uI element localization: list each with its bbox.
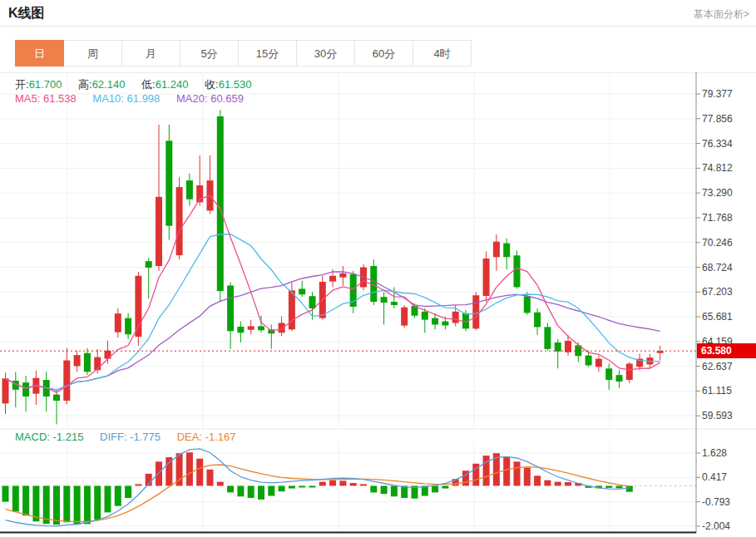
candle bbox=[12, 372, 19, 407]
y-axis-label: 0.417 bbox=[702, 471, 727, 483]
candle bbox=[32, 371, 39, 405]
macd-bar bbox=[217, 482, 224, 486]
macd-bar bbox=[12, 485, 19, 511]
ma10-value: 61.998 bbox=[127, 92, 161, 105]
macd-bar bbox=[299, 485, 305, 487]
candle bbox=[422, 308, 428, 333]
macd-bar bbox=[555, 482, 561, 486]
dea-value: -1.167 bbox=[205, 431, 236, 443]
macd-bar bbox=[279, 485, 285, 491]
candle bbox=[636, 354, 643, 371]
candle bbox=[339, 266, 346, 285]
candle-body bbox=[555, 342, 561, 352]
candle-body bbox=[452, 312, 459, 323]
candle-body bbox=[503, 244, 510, 258]
macd-bar bbox=[248, 485, 254, 498]
y-axis-label: 79.377 bbox=[702, 88, 733, 100]
candle-body bbox=[299, 288, 305, 294]
macd-bar bbox=[196, 459, 203, 486]
candle-body bbox=[514, 255, 521, 287]
candle bbox=[626, 362, 633, 382]
diff-value: -1.775 bbox=[130, 431, 161, 443]
y-axis-label: 77.856 bbox=[702, 113, 733, 125]
candle-body bbox=[329, 276, 336, 282]
y-axis-label: -0.793 bbox=[702, 496, 730, 508]
candle-body bbox=[166, 140, 172, 225]
macd-bar bbox=[186, 452, 193, 485]
candle-body bbox=[493, 242, 500, 258]
candle-body bbox=[544, 327, 551, 348]
macd-bar bbox=[350, 483, 357, 485]
candle bbox=[657, 346, 664, 361]
candle-body bbox=[534, 313, 541, 328]
y-axis-label: 67.203 bbox=[702, 286, 733, 298]
candle bbox=[616, 370, 623, 388]
macd-label: MACD: bbox=[15, 431, 50, 443]
y-axis-label: 71.768 bbox=[702, 212, 733, 224]
macd-bar bbox=[616, 485, 623, 488]
candle bbox=[493, 234, 500, 271]
candle-body bbox=[309, 296, 316, 308]
macd-bar bbox=[2, 485, 9, 501]
macd-bar bbox=[605, 485, 612, 487]
y-axis-label: 74.812 bbox=[702, 162, 733, 174]
y-axis-label: 70.246 bbox=[702, 237, 733, 249]
candle-body bbox=[616, 375, 623, 382]
candle bbox=[115, 308, 121, 337]
candle bbox=[248, 320, 254, 335]
candle-body bbox=[586, 356, 592, 366]
candle-body bbox=[289, 290, 295, 329]
close-label: 收: bbox=[205, 78, 219, 91]
kline-page: K线图 基本面分析> 日周月5分15分30分60分4时 79.37777.856… bbox=[0, 0, 756, 537]
high-value: 62.140 bbox=[92, 78, 126, 91]
candle bbox=[176, 177, 183, 259]
candle-body bbox=[156, 197, 162, 266]
macd-bar bbox=[442, 485, 448, 488]
candle-body bbox=[2, 378, 9, 403]
candle bbox=[156, 125, 162, 271]
ma20-value: 60.659 bbox=[210, 92, 244, 105]
candle-body bbox=[94, 357, 101, 371]
low-value: 61.240 bbox=[156, 78, 189, 91]
candle bbox=[186, 173, 193, 205]
y-axis-label: 65.681 bbox=[702, 311, 733, 323]
candle-body bbox=[135, 276, 141, 337]
macd-bar bbox=[74, 485, 81, 525]
candle-body bbox=[432, 318, 438, 325]
macd-bottom-border bbox=[0, 532, 696, 534]
macd-bar bbox=[53, 485, 60, 525]
candle-body bbox=[84, 353, 91, 372]
candle-body bbox=[176, 187, 183, 255]
close-value: 61.530 bbox=[219, 78, 252, 91]
y-axis-label: 76.334 bbox=[702, 138, 733, 150]
candle-body bbox=[237, 327, 244, 333]
y-axis-label: 61.115 bbox=[702, 385, 732, 397]
diff-label: DIFF: bbox=[100, 431, 127, 443]
candle bbox=[237, 322, 244, 342]
candle bbox=[94, 349, 101, 373]
candle-body bbox=[339, 273, 346, 278]
macd-bar bbox=[514, 461, 521, 485]
candle-body bbox=[146, 261, 152, 268]
macd-bar bbox=[207, 470, 214, 486]
macd-bar bbox=[401, 485, 408, 498]
candle bbox=[401, 305, 408, 328]
macd-bar bbox=[258, 485, 264, 499]
candle-body bbox=[595, 359, 602, 367]
macd-bar bbox=[135, 484, 141, 485]
candle-body bbox=[401, 308, 408, 326]
macd-bar bbox=[339, 480, 346, 485]
y-axis-label: -2.004 bbox=[702, 520, 730, 532]
ohlc-info-row: 开:61.700 高:62.140 低:61.240 收:61.530 bbox=[15, 77, 264, 92]
candle bbox=[135, 272, 141, 346]
macd-bar bbox=[503, 457, 510, 485]
candle bbox=[43, 372, 50, 411]
candle bbox=[503, 239, 510, 269]
macd-bar bbox=[483, 456, 490, 485]
candle bbox=[381, 292, 388, 324]
candle bbox=[53, 390, 60, 425]
macd-bar bbox=[381, 485, 388, 494]
candle-body bbox=[483, 259, 490, 296]
candle-body bbox=[381, 297, 388, 303]
high-label: 高: bbox=[78, 78, 92, 91]
